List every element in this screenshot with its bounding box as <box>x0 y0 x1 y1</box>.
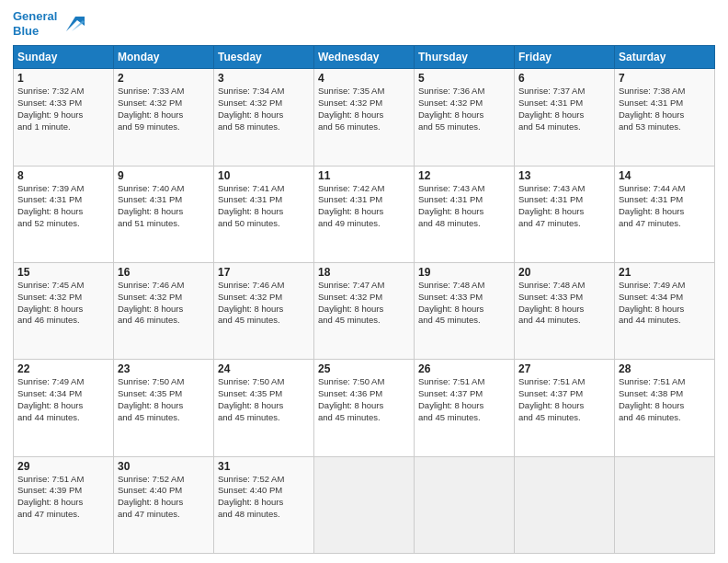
day-info: Daylight: 8 hours <box>619 109 711 121</box>
day-info: Daylight: 8 hours <box>619 304 711 316</box>
week-row-2: 8Sunrise: 7:39 AMSunset: 4:31 PMDaylight… <box>14 166 715 262</box>
day-info: Sunrise: 7:50 AM <box>118 376 210 388</box>
col-header-friday: Friday <box>515 46 615 69</box>
week-row-3: 15Sunrise: 7:45 AMSunset: 4:32 PMDayligh… <box>14 262 715 359</box>
week-row-4: 22Sunrise: 7:49 AMSunset: 4:34 PMDayligh… <box>14 360 715 456</box>
day-info: Daylight: 8 hours <box>518 206 610 218</box>
day-number: 2 <box>118 72 210 85</box>
day-info: and 51 minutes. <box>118 218 210 230</box>
day-info: Daylight: 8 hours <box>17 497 109 509</box>
day-info: Daylight: 8 hours <box>218 400 310 412</box>
day-info: Sunset: 4:33 PM <box>418 292 510 304</box>
day-info: Sunrise: 7:37 AM <box>518 86 610 98</box>
day-cell: 7Sunrise: 7:38 AMSunset: 4:31 PMDaylight… <box>615 69 715 166</box>
day-info: Daylight: 8 hours <box>118 109 210 121</box>
col-header-sunday: Sunday <box>14 46 114 69</box>
day-number: 27 <box>518 362 610 375</box>
day-number: 20 <box>518 266 610 279</box>
day-info: Daylight: 8 hours <box>218 497 310 509</box>
day-cell: 18Sunrise: 7:47 AMSunset: 4:32 PMDayligh… <box>314 262 415 359</box>
week-row-5: 29Sunrise: 7:51 AMSunset: 4:39 PMDayligh… <box>14 456 715 553</box>
day-cell: 8Sunrise: 7:39 AMSunset: 4:31 PMDaylight… <box>14 166 114 262</box>
day-info: Sunset: 4:32 PM <box>318 98 410 109</box>
day-info: Daylight: 8 hours <box>518 304 610 316</box>
day-info: Sunset: 4:31 PM <box>418 194 510 206</box>
day-info: and 46 minutes. <box>619 412 711 424</box>
day-info: Sunset: 4:39 PM <box>17 485 109 497</box>
day-info: Sunrise: 7:34 AM <box>218 86 310 98</box>
day-info: Sunrise: 7:51 AM <box>518 376 610 388</box>
day-cell: 11Sunrise: 7:42 AMSunset: 4:31 PMDayligh… <box>314 166 415 262</box>
day-cell: 19Sunrise: 7:48 AMSunset: 4:33 PMDayligh… <box>415 262 515 359</box>
day-info: Sunset: 4:38 PM <box>619 388 711 400</box>
day-info: Sunrise: 7:41 AM <box>218 183 310 195</box>
day-info: Daylight: 8 hours <box>418 400 510 412</box>
day-info: Sunrise: 7:33 AM <box>118 86 210 98</box>
day-info: Sunset: 4:33 PM <box>518 292 610 304</box>
day-number: 16 <box>118 266 210 279</box>
day-info: Sunrise: 7:42 AM <box>318 183 410 195</box>
day-info: and 47 minutes. <box>17 509 109 521</box>
day-cell: 21Sunrise: 7:49 AMSunset: 4:34 PMDayligh… <box>615 262 715 359</box>
day-info: Daylight: 8 hours <box>17 206 109 218</box>
day-info: and 53 minutes. <box>619 121 711 133</box>
logo-icon <box>59 11 85 37</box>
day-info: Sunset: 4:31 PM <box>619 194 711 206</box>
day-info: Sunset: 4:32 PM <box>318 292 410 304</box>
day-cell: 23Sunrise: 7:50 AMSunset: 4:35 PMDayligh… <box>114 360 214 456</box>
day-info: Daylight: 8 hours <box>318 206 410 218</box>
calendar-table: SundayMondayTuesdayWednesdayThursdayFrid… <box>13 45 715 554</box>
day-info: and 48 minutes. <box>218 509 310 521</box>
day-info: Sunrise: 7:35 AM <box>318 86 410 98</box>
day-info: Sunset: 4:34 PM <box>17 388 109 400</box>
day-number: 13 <box>518 169 610 182</box>
day-info: Sunset: 4:31 PM <box>218 194 310 206</box>
day-number: 31 <box>218 460 310 473</box>
day-cell: 1Sunrise: 7:32 AMSunset: 4:33 PMDaylight… <box>14 69 114 166</box>
day-info: and 47 minutes. <box>619 218 711 230</box>
day-info: Sunset: 4:37 PM <box>518 388 610 400</box>
day-cell <box>615 456 715 553</box>
day-info: and 45 minutes. <box>518 412 610 424</box>
day-info: Daylight: 8 hours <box>118 497 210 509</box>
day-cell: 9Sunrise: 7:40 AMSunset: 4:31 PMDaylight… <box>114 166 214 262</box>
day-number: 14 <box>619 169 711 182</box>
day-info: Sunrise: 7:43 AM <box>418 183 510 195</box>
day-number: 17 <box>218 266 310 279</box>
day-info: Daylight: 8 hours <box>218 304 310 316</box>
day-cell: 20Sunrise: 7:48 AMSunset: 4:33 PMDayligh… <box>515 262 615 359</box>
day-info: Daylight: 8 hours <box>118 206 210 218</box>
header-row: SundayMondayTuesdayWednesdayThursdayFrid… <box>14 46 715 69</box>
day-number: 11 <box>318 169 410 182</box>
day-info: and 44 minutes. <box>619 315 711 327</box>
day-info: Daylight: 8 hours <box>518 109 610 121</box>
day-info: Sunrise: 7:49 AM <box>17 376 109 388</box>
day-info: Daylight: 8 hours <box>17 304 109 316</box>
day-info: Daylight: 9 hours <box>17 109 109 121</box>
day-cell: 31Sunrise: 7:52 AMSunset: 4:40 PMDayligh… <box>214 456 314 553</box>
day-cell: 14Sunrise: 7:44 AMSunset: 4:31 PMDayligh… <box>615 166 715 262</box>
header: General Blue <box>13 9 715 38</box>
logo-general: General <box>13 9 57 23</box>
day-cell: 25Sunrise: 7:50 AMSunset: 4:36 PMDayligh… <box>314 360 415 456</box>
day-info: Sunrise: 7:45 AM <box>17 280 109 292</box>
week-row-1: 1Sunrise: 7:32 AMSunset: 4:33 PMDaylight… <box>14 69 715 166</box>
day-info: and 58 minutes. <box>218 121 310 133</box>
day-number: 23 <box>118 362 210 375</box>
day-cell: 12Sunrise: 7:43 AMSunset: 4:31 PMDayligh… <box>415 166 515 262</box>
day-info: Sunset: 4:40 PM <box>118 485 210 497</box>
day-info: Sunset: 4:31 PM <box>118 194 210 206</box>
col-header-tuesday: Tuesday <box>214 46 314 69</box>
day-info: Sunset: 4:35 PM <box>218 388 310 400</box>
day-cell: 13Sunrise: 7:43 AMSunset: 4:31 PMDayligh… <box>515 166 615 262</box>
day-info: and 45 minutes. <box>418 412 510 424</box>
day-number: 9 <box>118 169 210 182</box>
day-info: Sunrise: 7:48 AM <box>518 280 610 292</box>
day-cell <box>515 456 615 553</box>
day-info: and 45 minutes. <box>218 412 310 424</box>
day-info: and 44 minutes. <box>518 315 610 327</box>
day-info: Sunset: 4:32 PM <box>118 98 210 109</box>
day-info: Sunset: 4:35 PM <box>118 388 210 400</box>
day-info: Daylight: 8 hours <box>418 206 510 218</box>
day-info: Sunset: 4:32 PM <box>418 98 510 109</box>
